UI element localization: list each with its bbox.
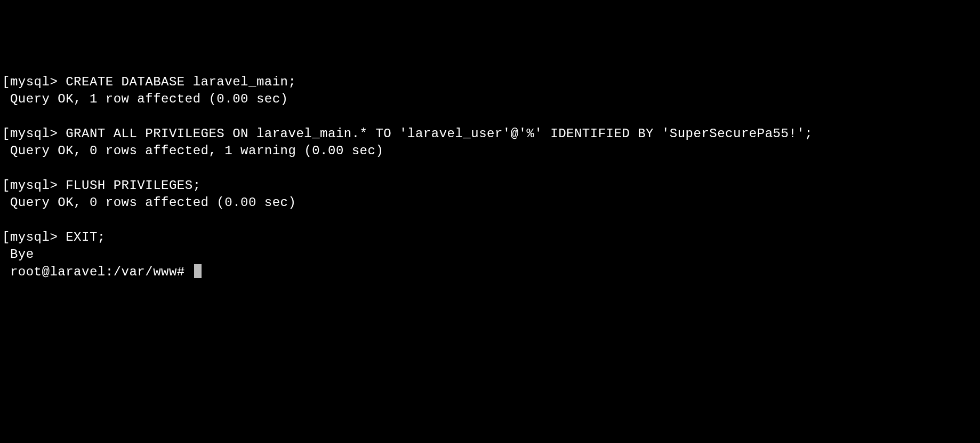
terminal-line-command: [mysql> FLUSH PRIVILEGES; [2, 177, 978, 194]
terminal-line-output: Bye [2, 246, 978, 263]
terminal-line-command: [mysql> EXIT; [2, 229, 978, 246]
cursor-icon [194, 264, 202, 278]
terminal-line-output: Query OK, 0 rows affected (0.00 sec) [2, 194, 978, 211]
shell-prompt-line[interactable]: root@laravel:/var/www# [2, 264, 978, 281]
terminal-line-command: [mysql> CREATE DATABASE laravel_main; [2, 74, 978, 91]
terminal-line-output: Query OK, 1 row affected (0.00 sec) [2, 91, 978, 108]
terminal-line-blank [2, 160, 978, 177]
terminal-line-blank [2, 212, 978, 229]
terminal-line-output: Query OK, 0 rows affected, 1 warning (0.… [2, 143, 978, 160]
terminal-output[interactable]: [mysql> CREATE DATABASE laravel_main; Qu… [2, 74, 978, 281]
terminal-line-blank [2, 108, 978, 125]
terminal-line-command: [mysql> GRANT ALL PRIVILEGES ON laravel_… [2, 125, 978, 143]
shell-prompt: root@laravel:/var/www# [2, 265, 193, 279]
